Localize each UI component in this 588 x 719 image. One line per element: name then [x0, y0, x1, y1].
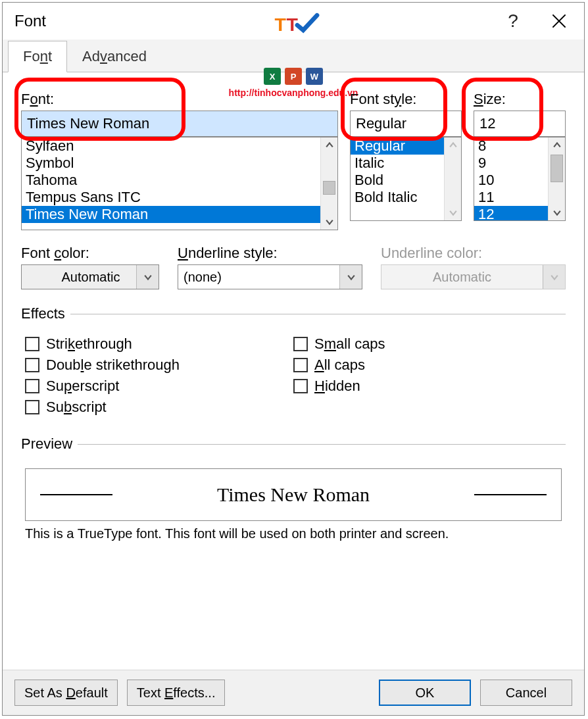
scrollbar[interactable] [320, 137, 337, 230]
fontcolor-combo[interactable]: Automatic [21, 264, 159, 289]
scroll-up-icon[interactable] [549, 137, 565, 153]
font-dialog: Font ? T T X P W http://tinhocvanphong.e… [2, 2, 585, 716]
list-item[interactable]: 12 [474, 206, 548, 220]
hidden-checkbox[interactable]: Hidden [293, 378, 562, 395]
preview-line-left [40, 494, 112, 495]
chevron-down-icon [543, 265, 565, 289]
list-item[interactable]: 11 [474, 189, 548, 206]
tab-font[interactable]: Font [8, 41, 67, 72]
chevron-down-icon[interactable] [136, 265, 159, 289]
scroll-down-icon[interactable] [445, 205, 461, 220]
ulcolor-label: Underline color: [381, 245, 566, 262]
strikethrough-checkbox[interactable]: Strikethrough [25, 335, 293, 353]
preview-desc: This is a TrueType font. This font will … [25, 526, 562, 541]
fontcolor-label: Font color: [21, 245, 159, 262]
preview-sample: Times New Roman [120, 483, 466, 506]
content-area: Font: Sylfaen Symbol Tahoma Tempus Sans … [3, 72, 584, 548]
effects-group: Effects Strikethrough Double strikethrou… [21, 305, 566, 420]
close-button[interactable] [542, 8, 576, 34]
style-input[interactable] [350, 111, 462, 137]
ulstyle-combo[interactable]: (none) [178, 264, 362, 289]
dialog-title: Font [14, 12, 496, 30]
scrollbar[interactable] [444, 137, 461, 220]
double-strikethrough-checkbox[interactable]: Double strikethrough [25, 357, 293, 374]
superscript-checkbox[interactable]: Superscript [25, 378, 293, 395]
ok-button[interactable]: OK [379, 680, 471, 706]
tab-strip: Font Advanced [3, 39, 584, 72]
help-button[interactable]: ? [496, 8, 530, 34]
scroll-thumb[interactable] [323, 181, 335, 194]
style-label: Font style: [350, 91, 462, 108]
ulcolor-combo: Automatic [381, 264, 566, 289]
list-item[interactable]: Tempus Sans ITC [22, 189, 320, 206]
scrollbar[interactable] [548, 137, 565, 220]
list-item[interactable]: 8 [474, 137, 548, 155]
subscript-checkbox[interactable]: Subscript [25, 399, 293, 416]
list-item[interactable]: Bold [351, 172, 444, 189]
scroll-up-icon[interactable] [445, 137, 461, 153]
preview-line-right [474, 494, 547, 495]
footer: Set As Default Text Effects... OK Cancel [3, 670, 584, 715]
scroll-down-icon[interactable] [321, 214, 337, 230]
list-item[interactable]: Bold Italic [351, 189, 444, 206]
size-label: Size: [474, 91, 566, 108]
list-item[interactable]: Sylfaen [22, 137, 320, 155]
cancel-button[interactable]: Cancel [480, 680, 572, 706]
list-item[interactable]: Tahoma [22, 172, 320, 189]
size-list[interactable]: 8 9 10 11 12 [474, 137, 566, 221]
scroll-up-icon[interactable] [321, 137, 337, 153]
font-input[interactable] [21, 111, 338, 137]
list-item[interactable]: Symbol [22, 155, 320, 172]
list-item[interactable]: Regular [351, 137, 444, 155]
titlebar: Font ? [3, 3, 584, 39]
scroll-down-icon[interactable] [549, 205, 565, 220]
list-item[interactable]: 9 [474, 155, 548, 172]
scroll-thumb[interactable] [551, 155, 563, 182]
style-list[interactable]: Regular Italic Bold Bold Italic [350, 137, 462, 221]
text-effects-button[interactable]: Text Effects... [127, 680, 226, 706]
preview-box: Times New Roman [25, 468, 562, 521]
tab-advanced[interactable]: Advanced [67, 41, 162, 72]
effects-legend: Effects [21, 305, 70, 322]
list-item[interactable]: Times New Roman [22, 206, 320, 223]
set-default-button[interactable]: Set As Default [14, 680, 118, 706]
preview-group: Preview Times New Roman This is a TrueTy… [21, 435, 566, 541]
preview-legend: Preview [21, 435, 78, 453]
size-input[interactable] [474, 111, 566, 137]
font-list[interactable]: Sylfaen Symbol Tahoma Tempus Sans ITC Ti… [21, 137, 338, 230]
list-item[interactable]: Italic [351, 155, 444, 172]
list-item[interactable]: 10 [474, 172, 548, 189]
ulstyle-label: Underline style: [178, 245, 362, 262]
smallcaps-checkbox[interactable]: Small caps [293, 335, 562, 353]
chevron-down-icon[interactable] [339, 265, 362, 289]
allcaps-checkbox[interactable]: All caps [293, 357, 562, 374]
font-label: Font: [21, 91, 338, 108]
